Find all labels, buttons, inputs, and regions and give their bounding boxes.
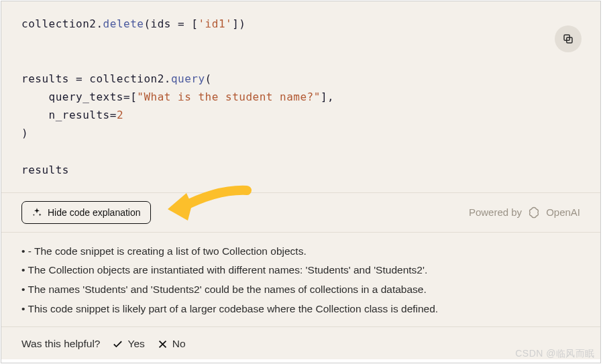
- feedback-no-label: No: [172, 338, 186, 350]
- list-item: • The Collection objects are instantiate…: [21, 261, 580, 280]
- copy-button[interactable]: [555, 25, 582, 52]
- x-icon: [157, 339, 168, 350]
- feedback-row: Was this helpful? Yes No: [1, 326, 600, 359]
- feedback-no-button[interactable]: No: [157, 338, 186, 350]
- hide-explanation-button[interactable]: Hide code explanation: [21, 201, 151, 224]
- code-block: collection2.delete(ids = ['id1']) result…: [1, 1, 600, 192]
- feedback-yes-button[interactable]: Yes: [112, 338, 144, 350]
- copy-icon: [562, 33, 574, 45]
- powered-brand: OpenAI: [546, 206, 580, 218]
- code-content: collection2.delete(ids = ['id1']) result…: [21, 15, 580, 179]
- check-icon: [112, 339, 123, 350]
- list-item: • The names 'Students' and 'Students2' c…: [21, 280, 580, 300]
- openai-icon: [527, 206, 541, 219]
- list-item: • - The code snippet is creating a list …: [21, 242, 580, 261]
- powered-by: Powered by OpenAI: [469, 206, 580, 219]
- frame: collection2.delete(ids = ['id1']) result…: [1, 1, 601, 363]
- explanation-block: • - The code snippet is creating a list …: [1, 232, 600, 327]
- feedback-yes-label: Yes: [127, 338, 144, 350]
- feedback-prompt: Was this helpful?: [21, 338, 100, 350]
- powered-prefix: Powered by: [469, 206, 522, 218]
- sparkle-icon: [32, 207, 42, 218]
- list-item: • This code snippet is likely part of a …: [21, 300, 580, 319]
- hide-explanation-label: Hide code explanation: [48, 207, 141, 218]
- toggle-row: Hide code explanation Powered by OpenAI: [1, 193, 600, 232]
- svg-marker-2: [168, 193, 192, 221]
